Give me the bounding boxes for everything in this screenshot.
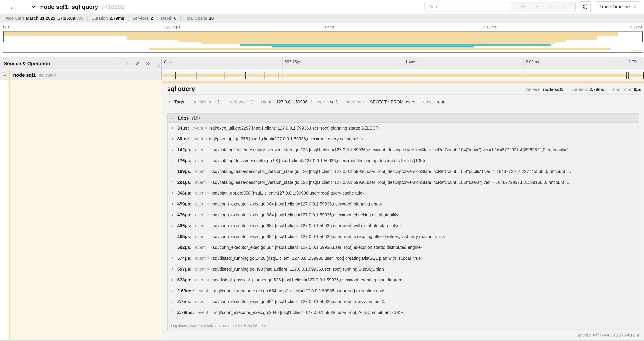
log-row[interactable]: 189μs: event = ‹sql/catalog/lease/descri…	[171, 166, 639, 177]
log-equals: =	[208, 213, 210, 217]
log-row[interactable]: 502μs: event = ‹sql/conn_executor_exec.g…	[171, 242, 639, 253]
log-marker-tick[interactable]	[278, 72, 279, 79]
detail-span-bar	[162, 81, 644, 84]
locate-target-icon[interactable]	[520, 4, 526, 9]
span-row-name-cell[interactable]: node sql1 sql query	[0, 70, 162, 80]
log-row[interactable]: 34μs: event = ‹sql/exec_util.go:2297 [ns…	[171, 123, 639, 134]
log-marker-tick[interactable]	[186, 72, 186, 79]
minimap-right-scrubber[interactable]	[642, 32, 642, 42]
chevron-down-icon[interactable]	[171, 116, 175, 120]
log-row[interactable]: 597μs: event = ‹sql/distsql_running.go:4…	[171, 264, 639, 275]
tag-key: node	[316, 100, 325, 105]
chevron-right-icon[interactable]	[171, 192, 174, 195]
log-marker-tick[interactable]	[244, 72, 244, 79]
keyboard-shortcuts-button[interactable]: ⌘	[580, 2, 591, 12]
log-field-value: ‹sql/conn_executor_exec.go:2046 [nsql1,c…	[214, 310, 403, 315]
timeline-ruler: 0μs 697.75μs 1.4ms 2.09ms 2.79ms	[162, 57, 644, 70]
tag-key: client	[261, 100, 271, 105]
chevron-right-icon[interactable]	[171, 127, 174, 130]
trace-minimap[interactable]	[3, 31, 642, 53]
minimap-left-scrubber[interactable]	[3, 32, 4, 42]
log-row[interactable]: 476μs: event = ‹sql/conn_executor_exec.g…	[171, 209, 639, 220]
log-row[interactable]: 2.79ms: event = ‹sql/conn_executor_exec.…	[171, 307, 639, 318]
chevron-right-icon[interactable]	[171, 289, 174, 292]
stat-value: node sql1	[543, 87, 563, 92]
log-marker-tick[interactable]	[194, 72, 194, 79]
column-resize-grip[interactable]	[157, 65, 160, 68]
log-row[interactable]: 176μs: event = ‹sql/catalog/descs/descri…	[171, 155, 639, 166]
log-marker-tick[interactable]	[241, 72, 241, 79]
chevron-right-icon[interactable]	[171, 235, 174, 238]
log-marker-tick[interactable]	[245, 72, 246, 79]
chevron-right-icon[interactable]	[171, 159, 174, 162]
clear-search-icon[interactable]: ×	[563, 4, 566, 10]
chevron-right-icon[interactable]	[171, 213, 174, 216]
chevron-right-icon[interactable]	[171, 181, 174, 184]
collapse-span-chevron-down-icon[interactable]	[3, 73, 7, 77]
prev-match-chevron-up-icon[interactable]	[535, 5, 540, 9]
log-row[interactable]: 495μs: event = ‹sql/conn_executor_exec.g…	[171, 231, 639, 242]
log-row[interactable]: 2.7ms: event = ‹sql/conn_executor_exec.g…	[171, 296, 639, 307]
chevron-right-icon[interactable]	[171, 278, 174, 281]
log-marker-tick[interactable]	[248, 72, 248, 79]
span-duration-bar[interactable]	[162, 74, 643, 77]
log-marker-tick[interactable]	[264, 72, 265, 79]
expand-one-chevron-right-icon[interactable]	[125, 61, 130, 66]
logs-header[interactable]: Logs (18)	[168, 114, 639, 123]
chevron-right-icon[interactable]	[171, 224, 174, 227]
chevron-right-icon[interactable]	[168, 100, 171, 104]
chevron-right-icon[interactable]	[171, 246, 174, 249]
log-marker-tick[interactable]	[196, 72, 196, 79]
log-marker-tick[interactable]	[261, 72, 261, 79]
span-row-node-sql1[interactable]: node sql1 sql query	[0, 70, 644, 80]
log-marker-tick[interactable]	[247, 72, 247, 79]
log-field-value: ‹sql/conn_executor_exec.go:684 [nsql1,cl…	[211, 223, 401, 228]
log-row[interactable]: 366μs: event = ‹sql/plan_opt.go:358 [nsq…	[171, 188, 639, 199]
log-field-key: event	[195, 256, 206, 261]
back-arrow-icon[interactable]: ←	[0, 0, 25, 14]
log-marker-tick[interactable]	[175, 72, 176, 79]
log-marker-tick[interactable]	[626, 72, 627, 79]
log-row[interactable]: 678μs: event = ‹sql/distsql_physical_pla…	[171, 274, 639, 285]
chevron-right-icon[interactable]	[171, 311, 174, 314]
log-row[interactable]: 80μs: event = ‹sql/plan_opt.go:358 [nsql…	[171, 134, 639, 145]
chevron-right-icon[interactable]	[171, 267, 174, 271]
summary-value: 2	[150, 16, 153, 21]
log-marker-tick[interactable]	[167, 72, 168, 79]
chevron-right-icon[interactable]	[171, 300, 174, 303]
chevron-right-icon[interactable]	[171, 257, 174, 260]
expand-all-double-chevron-right-icon[interactable]	[145, 61, 150, 66]
minimap-span-bar	[631, 50, 639, 51]
log-row[interactable]: 2.69ms: event = ‹sql/conn_executor_exec.…	[171, 285, 639, 296]
log-marker-tick[interactable]	[192, 72, 192, 79]
link-icon[interactable]	[636, 333, 640, 337]
chevron-right-icon[interactable]	[171, 202, 174, 205]
log-row[interactable]: 201μs: event = ‹sql/catalog/lease/descri…	[171, 177, 639, 188]
chevron-right-icon[interactable]	[171, 137, 174, 141]
log-row[interactable]: 486μs: event = ‹sql/conn_executor_exec.g…	[171, 220, 639, 231]
minimap-span-bar	[240, 44, 551, 46]
trace-view-selector[interactable]: Trace Timeline	[595, 2, 641, 12]
chevron-right-icon[interactable]	[171, 148, 174, 151]
chevron-down-icon[interactable]	[31, 4, 36, 9]
log-marker-tick[interactable]	[224, 72, 225, 79]
log-marker-tick[interactable]	[628, 72, 628, 79]
find-input[interactable]	[425, 3, 511, 11]
log-row[interactable]: 142μs: event = ‹sql/catalog/lease/descri…	[171, 144, 639, 155]
collapse-one-chevron-down-icon[interactable]	[114, 61, 120, 66]
tags-row[interactable]: Tags: _unfinished = 1 _verbose = 1	[168, 98, 641, 106]
minimap-tick: 0μs	[3, 25, 9, 30]
service-operation-title: Service & Operation	[4, 61, 50, 66]
log-timestamp: 34μs:	[177, 125, 189, 131]
log-timestamp: 2.7ms:	[177, 299, 192, 304]
chevron-right-icon[interactable]	[171, 170, 174, 173]
span-row-timeline-cell[interactable]	[162, 70, 644, 80]
log-field-value: ‹sql/conn_executor_exec.go:684 [nsql1,cl…	[211, 201, 382, 207]
collapse-all-double-chevron-down-icon[interactable]	[135, 61, 140, 66]
log-timestamp: 502μs:	[177, 245, 192, 250]
log-marker-tick[interactable]	[643, 72, 644, 79]
next-match-chevron-down-icon[interactable]	[549, 5, 554, 9]
log-row[interactable]: 459μs: event = ‹sql/conn_executor_exec.g…	[171, 199, 639, 209]
log-field-value: ‹sql/catalog/lease/descriptor_version_st…	[211, 147, 570, 152]
log-row[interactable]: 574μs: event = ‹sql/distsql_running.go:1…	[171, 253, 639, 264]
